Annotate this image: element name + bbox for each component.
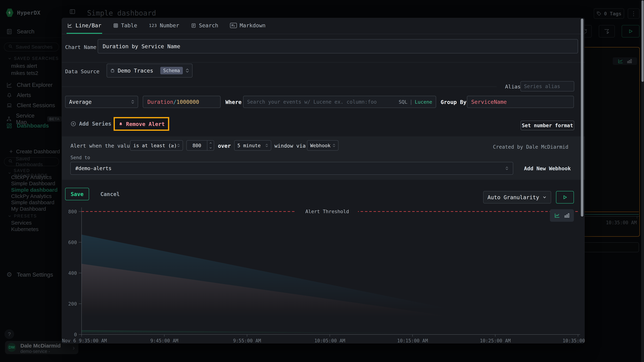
page-scrollbar-thumb[interactable]: [642, 0, 644, 82]
divider: [62, 86, 496, 87]
tab-line-bar[interactable]: Line/Bar: [66, 18, 102, 34]
aggregation-value: Average: [69, 99, 131, 105]
bar-chart-icon[interactable]: [564, 213, 570, 218]
created-by-label: Created by Dale McDiarmid: [493, 144, 568, 150]
svg-text:0: 0: [74, 332, 77, 337]
stepper-down-icon: [210, 147, 212, 149]
svg-text:10:05:00 AM: 10:05:00 AM: [314, 338, 345, 344]
data-source-value: Demo Traces: [118, 68, 158, 74]
schema-badge[interactable]: Schema: [160, 67, 183, 74]
divider: [62, 62, 585, 62]
save-button[interactable]: Save: [65, 188, 89, 200]
svg-text:Nov 6 9:35:00 AM: Nov 6 9:35:00 AM: [62, 338, 107, 344]
play-icon: [562, 194, 568, 200]
group-by-value: ServiceName: [471, 99, 507, 105]
alias-label: Alias: [505, 84, 520, 90]
alert-channel-select[interactable]: Webhook: [307, 140, 338, 151]
select-chevrons-icon: [506, 167, 508, 170]
svg-text:400: 400: [68, 270, 77, 276]
set-number-format-button[interactable]: Set number format: [520, 121, 574, 130]
chart-editor-modal: Line/Bar Table 123 Number Search M↓ Mark…: [62, 18, 584, 344]
where-placeholder: Search your events w/ Lucene ex. column:…: [247, 99, 399, 105]
chart-name-value: Duration by Service Name: [103, 43, 180, 49]
sql-toggle[interactable]: SQL: [399, 99, 408, 105]
alert-window-value: 5 minute: [238, 143, 266, 148]
data-source-select[interactable]: Demo Traces Schema: [106, 64, 192, 78]
number-stepper[interactable]: [207, 141, 214, 150]
where-search-input[interactable]: Search your events w/ Lucene ex. column:…: [243, 96, 436, 108]
window-via-label: window via: [274, 143, 306, 149]
alias-input[interactable]: Series alias: [520, 81, 574, 91]
line-chart-icon[interactable]: [554, 213, 560, 218]
select-chevrons-icon: [186, 68, 189, 73]
group-by-input[interactable]: ServiceName: [467, 96, 574, 108]
svg-text:9:45:00 AM: 9:45:00 AM: [150, 338, 178, 344]
cancel-button[interactable]: Cancel: [100, 191, 120, 197]
field-expression-input[interactable]: Duration/1000000: [143, 96, 220, 108]
tab-number[interactable]: 123 Number: [148, 18, 180, 34]
alert-threshold-input[interactable]: 800: [186, 140, 214, 151]
list-icon: [191, 23, 196, 28]
svg-text:10:15:00 AM: 10:15:00 AM: [397, 338, 428, 344]
duration-by-service-chart[interactable]: 0200400600800Nov 6 9:35:00 AM9:45:00 AM9…: [62, 202, 585, 344]
field-name: Duration: [148, 99, 173, 105]
select-chevrons-icon: [177, 144, 180, 147]
granularity-select[interactable]: Auto Granularity: [483, 191, 551, 203]
sql-lucene-divider: |: [410, 99, 413, 105]
markdown-icon: M↓: [230, 23, 237, 28]
number-123-icon: 123: [149, 23, 157, 28]
alert-window-select[interactable]: 5 minute: [234, 140, 271, 151]
lucene-toggle[interactable]: Lucene: [415, 99, 432, 105]
alert-threshold-value: 800: [187, 143, 207, 148]
data-source-label: Data Source: [65, 68, 100, 74]
where-label: Where: [226, 99, 242, 105]
alert-prefix-label: Alert when the value: [70, 143, 133, 149]
chevron-down-icon: [542, 195, 547, 199]
group-by-label: Group By: [440, 99, 466, 105]
svg-text:10:25:00 AM: 10:25:00 AM: [480, 338, 510, 344]
svg-text:9:55:00 AM: 9:55:00 AM: [233, 338, 261, 344]
add-new-webhook-button[interactable]: Add New Webhook: [524, 166, 571, 172]
alert-condition-select[interactable]: is at least (≥): [130, 140, 183, 151]
svg-text:10:35:00 AM: 10:35:00 AM: [562, 338, 585, 344]
run-chart-button[interactable]: [556, 191, 574, 203]
svg-text:800: 800: [68, 209, 77, 214]
send-to-select[interactable]: #demo-alerts: [70, 162, 513, 175]
tab-markdown[interactable]: M↓ Markdown: [229, 18, 266, 34]
chart-type-toggle[interactable]: [550, 209, 574, 222]
svg-text:Alert Threshold: Alert Threshold: [305, 209, 349, 214]
chart-name-input[interactable]: Duration by Service Name: [98, 39, 578, 53]
annotation-highlight-box: [114, 117, 169, 131]
modal-scrollbar[interactable]: [581, 18, 583, 216]
field-divisor: 1000000: [176, 99, 199, 105]
select-chevrons-icon: [266, 144, 268, 147]
chart-name-label: Chart Name: [65, 44, 96, 50]
tab-search[interactable]: Search: [190, 18, 219, 34]
line-chart-icon: [67, 23, 73, 28]
field-operator: /: [173, 99, 176, 105]
tab-table[interactable]: Table: [112, 18, 138, 34]
send-to-label: Send to: [70, 155, 90, 160]
select-chevrons-icon: [131, 100, 134, 104]
stepper-up-icon: [210, 142, 212, 144]
svg-text:600: 600: [68, 240, 77, 245]
granularity-value: Auto Granularity: [488, 194, 542, 200]
alert-condition-value: is at least (≥): [133, 143, 177, 148]
select-chevrons-icon: [333, 144, 335, 147]
screen: HyperDX Search Saved Searches SAVED SEAR…: [0, 0, 644, 362]
chart-editor-tabs: Line/Bar Table 123 Number Search M↓ Mark…: [62, 18, 584, 34]
alert-channel-value: Webhook: [310, 143, 333, 148]
alert-config-panel: Alert when the value is at least (≥) 800…: [62, 136, 585, 180]
database-icon: [110, 68, 115, 73]
aggregation-select[interactable]: Average: [65, 96, 138, 108]
table-icon: [113, 23, 118, 28]
alias-placeholder: Series alias: [524, 83, 560, 89]
svg-text:200: 200: [68, 301, 77, 307]
add-series-button[interactable]: Add Series: [70, 121, 112, 127]
plus-circle-icon: [70, 121, 76, 127]
over-label: over: [218, 143, 231, 149]
send-to-value: #demo-alerts: [75, 166, 506, 171]
add-series-label: Add Series: [79, 121, 112, 127]
page-scrollbar-track[interactable]: [641, 0, 644, 362]
